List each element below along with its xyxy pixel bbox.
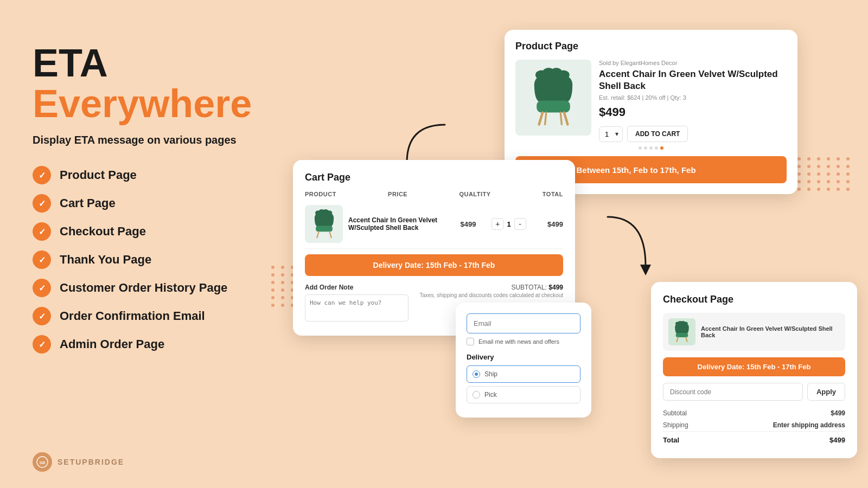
col-total: TOTAL xyxy=(542,191,563,197)
feature-item-thankyou: Thank You Page xyxy=(33,251,293,269)
subtotal-row: Subtotal $499 xyxy=(663,407,845,419)
delivery-label: Delivery xyxy=(467,353,580,361)
svg-line-10 xyxy=(545,113,546,125)
col-price: PRICE xyxy=(388,191,407,197)
qty-decrement[interactable]: - xyxy=(514,218,526,230)
img-dot xyxy=(639,146,642,150)
pick-label: Pick xyxy=(484,391,497,399)
svg-rect-7 xyxy=(537,101,570,113)
svg-line-9 xyxy=(564,113,568,125)
feature-label-product: Product Page xyxy=(60,168,137,182)
total-label: Total xyxy=(663,432,710,447)
logo-icon: SB xyxy=(33,452,52,472)
feature-item-checkout: Checkout Page xyxy=(33,222,293,241)
img-dot xyxy=(644,146,647,150)
feature-label-cart: Cart Page xyxy=(60,196,116,210)
shipping-row: Shipping Enter shipping address xyxy=(663,419,845,432)
newsletter-label: Email me with news and offers xyxy=(478,338,559,345)
svg-rect-25 xyxy=(676,333,688,337)
svg-rect-17 xyxy=(316,226,333,232)
product-price: $499 xyxy=(599,105,787,119)
discount-row: Apply xyxy=(663,383,845,401)
discount-input[interactable] xyxy=(663,383,803,401)
subtotal-label: Subtotal xyxy=(663,407,710,419)
cart-table-header: PRODUCT PRICE QUALTITY TOTAL xyxy=(305,191,563,197)
bottom-logo: SB SETUPBRIDGE xyxy=(33,452,124,472)
newsletter-row: Email me with news and offers xyxy=(467,338,580,345)
svg-line-11 xyxy=(560,113,561,125)
svg-line-26 xyxy=(676,337,678,342)
sold-by: Sold by ElegantHomes Decor xyxy=(599,60,787,66)
cart-item-img xyxy=(305,205,343,243)
email-input[interactable] xyxy=(467,313,580,333)
chair-illustration xyxy=(524,68,583,127)
svg-marker-20 xyxy=(640,265,651,275)
arrow-2 xyxy=(602,211,656,277)
col-quantity: QUALTITY xyxy=(459,191,490,197)
shipping-value: Enter shipping address xyxy=(710,419,845,432)
cart-item-total: $499 xyxy=(536,220,563,228)
product-inner: Sold by ElegantHomes Decor Accent Chair … xyxy=(515,60,787,142)
order-note-left: Add Order Note xyxy=(305,284,409,324)
check-icon xyxy=(33,307,51,325)
subtitle: Display ETA message on various pages xyxy=(33,134,293,146)
img-dot-active xyxy=(660,146,663,150)
svg-point-6 xyxy=(558,70,570,80)
ship-option[interactable]: Ship xyxy=(467,365,580,383)
checkout-card: Checkout Page Accent Chair In Green Velv… xyxy=(651,282,857,458)
feature-item-product: Product Page xyxy=(33,166,293,184)
check-icon xyxy=(33,166,51,184)
cart-qty-control[interactable]: + 1 - xyxy=(487,218,531,230)
feature-list: Product Page Cart Page Checkout Page Tha… xyxy=(33,166,293,354)
product-details: Sold by ElegantHomes Decor Accent Chair … xyxy=(599,60,787,142)
cart-item-name: Accent Chair In Green Velvet W/Sculpted … xyxy=(348,216,449,232)
left-panel: ETA Everywhere Display ETA message on va… xyxy=(33,43,293,354)
checkout-item-img xyxy=(668,318,695,345)
product-image-dots xyxy=(515,146,787,150)
logo-text: SETUPBRIDGE xyxy=(58,458,124,466)
checkout-form-card: Email me with news and offers Delivery S… xyxy=(456,303,591,418)
product-card-title: Product Page xyxy=(515,41,787,52)
total-row: Total $499 xyxy=(663,432,845,447)
chair-illustration-small xyxy=(309,209,339,239)
checkout-delivery-banner: Delivery Date: 15th Feb - 17th Feb xyxy=(663,357,845,376)
check-icon xyxy=(33,194,51,213)
svg-line-18 xyxy=(317,232,318,237)
svg-line-27 xyxy=(686,337,687,342)
product-image xyxy=(515,60,591,136)
svg-line-8 xyxy=(539,113,543,125)
ship-label: Ship xyxy=(484,370,497,378)
ship-radio[interactable] xyxy=(473,370,480,378)
pick-option[interactable]: Pick xyxy=(467,386,580,403)
shipping-label: Shipping xyxy=(663,419,710,432)
add-to-cart-button[interactable]: ADD TO CART xyxy=(627,126,688,142)
subtotal-value: $499 xyxy=(710,407,845,419)
qty-increment[interactable]: + xyxy=(492,218,503,230)
order-note-input[interactable] xyxy=(305,294,409,322)
chair-illustration-checkout xyxy=(671,321,693,343)
qty-wrapper[interactable]: 1 2 3 xyxy=(599,126,623,142)
pick-radio[interactable] xyxy=(473,391,480,399)
tax-note: Taxes, shipping and discounts codes calc… xyxy=(419,292,563,298)
checkout-item-row: Accent Chair In Green Velvet W/Sculpted … xyxy=(663,313,845,351)
qty-number: 1 xyxy=(507,220,510,228)
feature-label-email: Order Confirmation Email xyxy=(60,309,205,323)
checkout-item-name: Accent Chair In Green Velvet W/Sculpted … xyxy=(701,325,840,338)
apply-button[interactable]: Apply xyxy=(807,383,845,401)
summary-table: Subtotal $499 Shipping Enter shipping ad… xyxy=(663,407,845,446)
qty-select[interactable]: 1 2 3 xyxy=(599,126,623,142)
svg-point-16 xyxy=(326,210,332,215)
checkout-card-title: Checkout Page xyxy=(663,294,845,305)
cart-item-row: Accent Chair In Green Velvet W/Sculpted … xyxy=(305,205,563,249)
newsletter-checkbox[interactable] xyxy=(467,338,474,345)
feature-item-email: Order Confirmation Email xyxy=(33,307,293,325)
total-value: $499 xyxy=(710,432,845,447)
col-product: PRODUCT xyxy=(305,191,336,197)
check-icon xyxy=(33,335,51,354)
feature-item-admin: Admin Order Page xyxy=(33,335,293,354)
img-dot xyxy=(649,146,653,150)
check-icon xyxy=(33,251,51,269)
cart-delivery-banner: Delivery Date: 15th Feb - 17th Feb xyxy=(305,254,563,276)
title-eta: ETA xyxy=(33,43,293,82)
svg-text:SB: SB xyxy=(39,460,45,465)
